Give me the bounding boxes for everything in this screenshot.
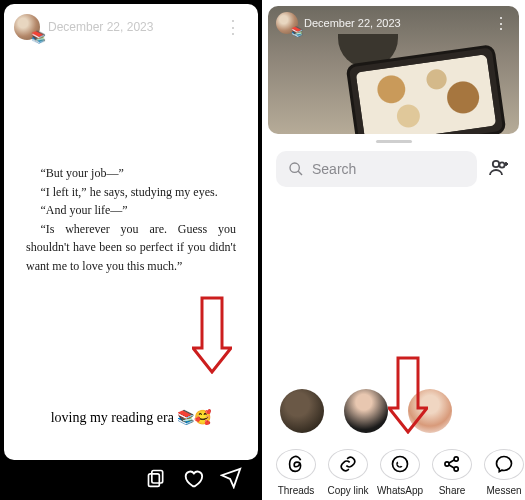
- add-group-icon[interactable]: [487, 155, 511, 183]
- share-nodes-icon: [432, 449, 472, 480]
- share-label: WhatsApp: [377, 485, 423, 496]
- avatar[interactable]: [14, 14, 40, 40]
- share-whatsapp[interactable]: WhatsApp: [374, 449, 426, 496]
- sheet-handle[interactable]: [376, 140, 412, 143]
- svg-point-4: [493, 161, 499, 167]
- share-copy-link[interactable]: Copy link: [322, 449, 374, 496]
- share-label: Threads: [278, 485, 315, 496]
- avatar[interactable]: [276, 12, 298, 34]
- annotation-arrow: [192, 296, 232, 374]
- search-placeholder: Search: [312, 161, 356, 177]
- quote-line: “And your life—”: [26, 201, 236, 220]
- story-action-bar: [0, 460, 262, 500]
- svg-point-2: [290, 163, 299, 172]
- svg-line-3: [298, 171, 302, 175]
- share-icon[interactable]: [220, 467, 242, 493]
- share-sheet-right: December 22, 2023 ⋮ Search Threads: [262, 0, 525, 500]
- heart-icon[interactable]: [182, 467, 204, 493]
- story-body-text: “But your job—” “I left it,” he says, st…: [4, 164, 258, 276]
- contacts-row: [262, 385, 525, 435]
- messenger-icon: [484, 449, 524, 480]
- svg-point-6: [393, 457, 408, 472]
- story-header: December 22, 2023 ⋮: [4, 4, 258, 44]
- quote-line: “Is wherever you are. Guess you shouldn'…: [26, 220, 236, 276]
- share-label: Copy link: [327, 485, 368, 496]
- contact-avatar[interactable]: [280, 389, 324, 433]
- layers-icon[interactable]: [146, 468, 166, 492]
- link-icon: [328, 449, 368, 480]
- svg-rect-0: [152, 471, 163, 484]
- svg-line-10: [449, 460, 455, 463]
- share-label: Share: [439, 485, 466, 496]
- whatsapp-icon: [380, 449, 420, 480]
- preview-date: December 22, 2023: [304, 17, 401, 29]
- svg-rect-1: [149, 474, 160, 487]
- story-card: December 22, 2023 ⋮ “But your job—” “I l…: [4, 4, 258, 460]
- quote-line: “But your job—”: [26, 164, 236, 183]
- share-threads[interactable]: Threads: [270, 449, 322, 496]
- preview-header: December 22, 2023 ⋮: [276, 12, 511, 34]
- share-label: Messen: [486, 485, 521, 496]
- search-icon: [288, 161, 304, 177]
- contact-avatar[interactable]: [408, 389, 452, 433]
- story-preview: December 22, 2023 ⋮: [268, 6, 519, 134]
- search-row: Search: [262, 151, 525, 195]
- story-viewer-left: December 22, 2023 ⋮ “But your job—” “I l…: [0, 0, 262, 500]
- svg-point-5: [499, 162, 504, 167]
- search-input[interactable]: Search: [276, 151, 477, 187]
- share-system[interactable]: Share: [426, 449, 478, 496]
- story-caption: loving my reading era 📚🥰: [4, 409, 258, 426]
- story-date: December 22, 2023: [48, 20, 153, 34]
- share-targets-row: Threads Copy link WhatsApp Share Messen: [262, 435, 525, 500]
- threads-icon: [276, 449, 316, 480]
- contact-avatar[interactable]: [344, 389, 388, 433]
- more-icon[interactable]: ⋮: [224, 16, 248, 38]
- svg-line-11: [449, 465, 455, 468]
- more-icon[interactable]: ⋮: [493, 14, 511, 33]
- share-messenger[interactable]: Messen: [478, 449, 525, 496]
- quote-line: “I left it,” he says, studying my eyes.: [26, 183, 236, 202]
